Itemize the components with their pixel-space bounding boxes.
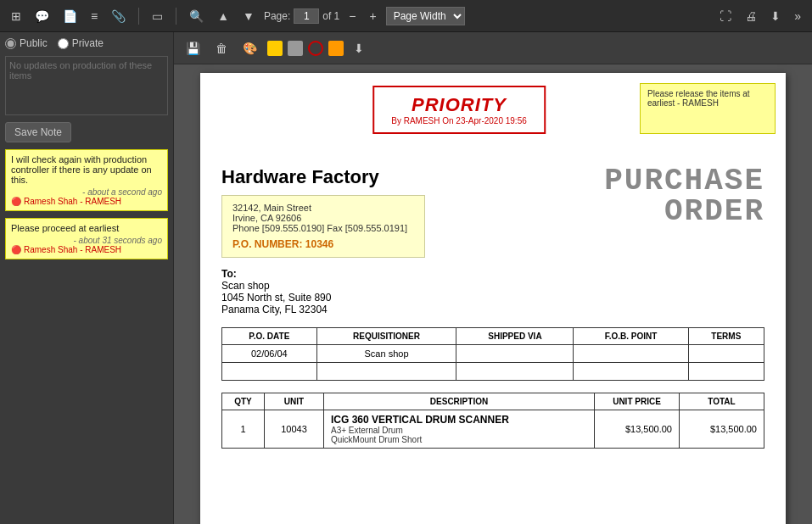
po-terms-cell-2 <box>688 363 764 381</box>
to-label: To: <box>221 268 237 280</box>
po-date-cell-2 <box>222 363 317 381</box>
document-page: PRIORITY By RAMESH On 23-Apr-2020 19:56 … <box>200 73 786 524</box>
list-icon[interactable]: ≡ <box>87 7 102 25</box>
po-fob-cell <box>574 345 688 363</box>
city: Irvine, CA 92606 <box>232 213 414 223</box>
po-number: P.O. NUMBER: 10346 <box>232 238 414 250</box>
street: 32142, Main Street <box>232 203 414 213</box>
page-input[interactable] <box>294 8 319 24</box>
pdf-palette-icon[interactable]: 🎨 <box>238 39 262 58</box>
to-line-3: Panama City, FL 32304 <box>221 304 328 315</box>
more-icon[interactable]: » <box>790 7 805 25</box>
top-toolbar: ⊞ 💬 📄 ≡ 📎 ▭ 🔍 ▲ ▼ Page: of 1 − + Page Wi… <box>0 0 812 32</box>
po-table-header-fob: F.O.B. POINT <box>574 328 688 345</box>
purchase-order-title: PURCHASE ORDER <box>604 166 764 227</box>
po-table-header-date: P.O. DATE <box>222 328 317 345</box>
grid-icon[interactable]: ⊞ <box>7 7 25 25</box>
prev-page-icon[interactable]: ▲ <box>213 7 233 25</box>
next-page-icon[interactable]: ▼ <box>238 7 259 25</box>
company-left: Hardware Factory 32142, Main Street Irvi… <box>221 166 425 258</box>
item-desc-main-1: ICG 360 VERTICAL DRUM SCANNER <box>331 414 587 426</box>
public-radio-label[interactable]: Public <box>5 37 48 49</box>
pdf-content[interactable]: PRIORITY By RAMESH On 23-Apr-2020 19:56 … <box>174 64 812 524</box>
items-header-qty: QTY <box>222 393 265 410</box>
items-table: QTY UNIT DESCRIPTION UNIT PRICE TOTAL 1 … <box>221 393 764 449</box>
po-info-table: P.O. DATE REQUISITIONER SHIPPED VIA F.O.… <box>221 327 764 381</box>
search-icon[interactable]: 🔍 <box>185 7 208 25</box>
pdf-viewer: 💾 🗑 🎨 ⬇ PRIORITY By RAMESH On 23-Apr-202… <box>174 32 812 524</box>
to-block: To: Scan shop 1045 North st, Suite 890 P… <box>221 268 764 315</box>
po-ship-cell <box>456 345 574 363</box>
item-price-1: $13,500.00 <box>595 410 680 449</box>
comment-card-1: I will check again with production contr… <box>5 149 168 211</box>
comment-meta-2: - about 31 seconds ago <box>11 236 162 245</box>
company-name: Hardware Factory <box>221 166 425 188</box>
private-radio-label[interactable]: Private <box>58 37 104 49</box>
save-note-button[interactable]: Save Note <box>5 122 71 142</box>
comment-meta-1: - about a second ago <box>11 187 162 197</box>
item-total-1: $13,500.00 <box>680 410 764 449</box>
items-header-price: UNIT PRICE <box>595 393 680 410</box>
po-table-header-ship: SHIPPED VIA <box>456 328 574 345</box>
items-header-unit: UNIT <box>265 393 324 410</box>
item-desc-sub-1: A3+ External DrumQuickMount Drum Short <box>331 426 587 444</box>
separator-1 <box>138 8 139 25</box>
comment-author-1: 🔴 Ramesh Shah - RAMESH <box>11 197 162 206</box>
note-textarea[interactable] <box>5 56 168 115</box>
author-icon-1: 🔴 <box>11 197 21 206</box>
page-width-select[interactable]: Page Width Fit Page 50% 75% 100% 125% 15… <box>386 7 465 25</box>
sticky-note-text: Please release the items at earliest - R… <box>647 89 750 108</box>
po-table-row-1: 02/06/04 Scan shop <box>222 345 764 363</box>
doc-icon[interactable]: 📄 <box>59 7 81 25</box>
pdf-highlight-orange-icon[interactable] <box>328 41 344 56</box>
page-nav: Page: of 1 <box>264 8 339 24</box>
address-block: 32142, Main Street Irvine, CA 92606 Phon… <box>221 195 425 258</box>
attach-icon[interactable]: 📎 <box>107 7 130 25</box>
po-table-header-terms: TERMS <box>688 328 764 345</box>
item-qty-1: 1 <box>222 410 265 449</box>
po-date-cell: 02/06/04 <box>222 345 317 363</box>
item-desc-1: ICG 360 VERTICAL DRUM SCANNER A3+ Extern… <box>324 410 595 449</box>
priority-subtitle: By RAMESH On 23-Apr-2020 19:56 <box>391 116 527 125</box>
comment-card-2: Please proceed at earliest - about 31 se… <box>5 218 168 259</box>
public-label: Public <box>20 37 48 49</box>
company-header: Hardware Factory 32142, Main Street Irvi… <box>221 166 764 258</box>
zoom-minus-btn[interactable]: − <box>344 7 360 25</box>
page-label: Page: <box>264 10 290 22</box>
po-fob-cell-2 <box>574 363 688 381</box>
fullscreen-icon[interactable]: ⛶ <box>715 7 736 25</box>
items-header-total: TOTAL <box>680 393 764 410</box>
pdf-toolbar: 💾 🗑 🎨 ⬇ <box>174 32 812 64</box>
to-line-2: 1045 North st, Suite 890 <box>221 292 331 304</box>
pdf-highlight-gray-icon[interactable] <box>288 41 303 56</box>
pdf-delete-icon[interactable]: 🗑 <box>210 39 232 58</box>
comment-text-1: I will check again with production contr… <box>11 154 162 185</box>
main-area: Public Private Save Note I will check ag… <box>0 32 812 524</box>
phone-fax: Phone [509.555.0190] Fax [509.555.0191] <box>232 223 414 233</box>
po-table-row-2 <box>222 363 764 381</box>
download-top-icon[interactable]: ⬇ <box>766 7 785 25</box>
visibility-radio-group: Public Private <box>5 37 168 49</box>
po-req-cell: Scan shop <box>316 345 456 363</box>
priority-title: PRIORITY <box>391 94 527 116</box>
print-icon[interactable]: 🖨 <box>741 7 761 25</box>
chat-icon[interactable]: 💬 <box>31 7 53 25</box>
zoom-plus-btn[interactable]: + <box>365 7 380 25</box>
pdf-circle-icon[interactable] <box>308 41 323 56</box>
po-req-cell-2 <box>316 363 456 381</box>
priority-annotation: PRIORITY By RAMESH On 23-Apr-2020 19:56 <box>372 86 546 134</box>
public-radio[interactable] <box>5 38 16 49</box>
pdf-stamp-icon[interactable]: ⬇ <box>349 39 369 58</box>
po-ship-cell-2 <box>456 363 574 381</box>
po-terms-cell <box>688 345 764 363</box>
item-row-1: 1 10043 ICG 360 VERTICAL DRUM SCANNER A3… <box>222 410 764 449</box>
items-header-desc: DESCRIPTION <box>324 393 595 410</box>
private-radio[interactable] <box>58 38 69 49</box>
separator-2 <box>176 8 176 25</box>
pdf-highlight-yellow-icon[interactable] <box>267 41 283 56</box>
po-table-header-req: REQUISITIONER <box>316 328 456 345</box>
view-icon[interactable]: ▭ <box>148 7 167 25</box>
comment-text-2: Please proceed at earliest <box>11 223 162 233</box>
pdf-save-icon[interactable]: 💾 <box>181 39 205 58</box>
sidebar: Public Private Save Note I will check ag… <box>0 32 174 524</box>
